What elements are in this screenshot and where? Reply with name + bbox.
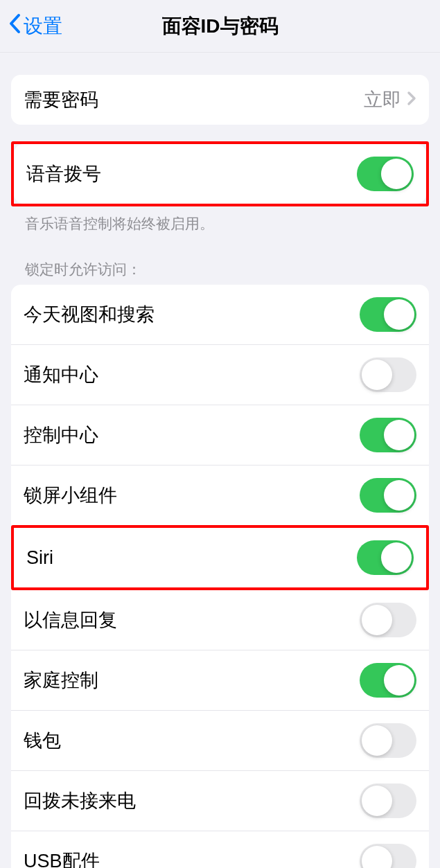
lock-widgets-toggle[interactable] bbox=[360, 478, 416, 513]
toggle-knob bbox=[381, 542, 412, 573]
chevron-right-icon bbox=[407, 89, 416, 111]
voice-dial-footer: 音乐语音控制将始终被启用。 bbox=[11, 206, 429, 239]
toggle-knob bbox=[362, 786, 392, 816]
toggle-knob bbox=[384, 299, 414, 330]
row-lock-widgets[interactable]: 锁屏小组件 bbox=[11, 465, 429, 525]
toggle-knob bbox=[384, 665, 414, 696]
lock-widgets-label: 锁屏小组件 bbox=[24, 483, 117, 508]
highlight-siri: Siri bbox=[11, 525, 429, 590]
row-wallet[interactable]: 钱包 bbox=[11, 710, 429, 770]
toggle-knob bbox=[362, 846, 392, 868]
today-view-label: 今天视图和搜索 bbox=[24, 302, 155, 327]
usb-accessories-label: USB配件 bbox=[24, 849, 100, 868]
toggle-knob bbox=[384, 420, 414, 450]
row-siri[interactable]: Siri bbox=[14, 528, 426, 587]
voice-dial-toggle[interactable] bbox=[357, 157, 414, 191]
back-button[interactable]: 设置 bbox=[8, 12, 62, 39]
control-center-toggle[interactable] bbox=[360, 418, 416, 452]
section-header-lock-access: 锁定时允许访问： bbox=[11, 239, 429, 285]
row-today-view[interactable]: 今天视图和搜索 bbox=[11, 285, 429, 344]
group-voice-dial: 语音拨号 bbox=[14, 144, 426, 204]
reply-message-toggle[interactable] bbox=[360, 603, 416, 637]
return-call-label: 回拨未接来电 bbox=[24, 788, 136, 813]
notification-center-toggle[interactable] bbox=[360, 357, 416, 392]
toggle-knob bbox=[381, 159, 412, 189]
row-reply-message[interactable]: 以信息回复 bbox=[11, 590, 429, 650]
row-require-passcode[interactable]: 需要密码 立即 bbox=[11, 75, 429, 125]
toggle-knob bbox=[362, 725, 392, 756]
wallet-toggle[interactable] bbox=[360, 723, 416, 758]
wallet-label: 钱包 bbox=[24, 728, 61, 753]
group-lock-access-a: 今天视图和搜索 通知中心 控制中心 锁屏小组件 bbox=[11, 285, 429, 525]
home-control-toggle[interactable] bbox=[360, 663, 416, 698]
highlight-voice-dial: 语音拨号 bbox=[11, 141, 429, 206]
row-control-center[interactable]: 控制中心 bbox=[11, 405, 429, 465]
group-lock-access-siri: Siri bbox=[14, 528, 426, 587]
require-passcode-label: 需要密码 bbox=[24, 87, 98, 112]
group-lock-access-c: 以信息回复 家庭控制 钱包 回拨未接来电 USB配件 bbox=[11, 590, 429, 868]
chevron-left-icon bbox=[8, 12, 21, 39]
page-title: 面容ID与密码 bbox=[0, 13, 440, 39]
control-center-label: 控制中心 bbox=[24, 423, 98, 448]
header-bar: 设置 面容ID与密码 bbox=[0, 0, 440, 53]
usb-accessories-toggle[interactable] bbox=[360, 844, 416, 868]
home-control-label: 家庭控制 bbox=[24, 668, 98, 693]
return-call-toggle[interactable] bbox=[360, 783, 416, 818]
toggle-knob bbox=[384, 480, 414, 511]
group-require-passcode: 需要密码 立即 bbox=[11, 75, 429, 125]
row-home-control[interactable]: 家庭控制 bbox=[11, 650, 429, 710]
row-voice-dial[interactable]: 语音拨号 bbox=[14, 144, 426, 204]
siri-label: Siri bbox=[26, 547, 53, 569]
toggle-knob bbox=[362, 605, 392, 635]
voice-dial-label: 语音拨号 bbox=[26, 161, 101, 186]
notification-center-label: 通知中心 bbox=[24, 362, 98, 387]
reply-message-label: 以信息回复 bbox=[24, 608, 117, 632]
row-return-call[interactable]: 回拨未接来电 bbox=[11, 770, 429, 831]
today-view-toggle[interactable] bbox=[360, 297, 416, 332]
row-usb-accessories[interactable]: USB配件 bbox=[11, 831, 429, 868]
row-notification-center[interactable]: 通知中心 bbox=[11, 344, 429, 405]
require-passcode-value: 立即 bbox=[364, 87, 401, 112]
toggle-knob bbox=[362, 360, 392, 390]
siri-toggle[interactable] bbox=[357, 540, 414, 575]
back-label: 设置 bbox=[24, 13, 62, 39]
